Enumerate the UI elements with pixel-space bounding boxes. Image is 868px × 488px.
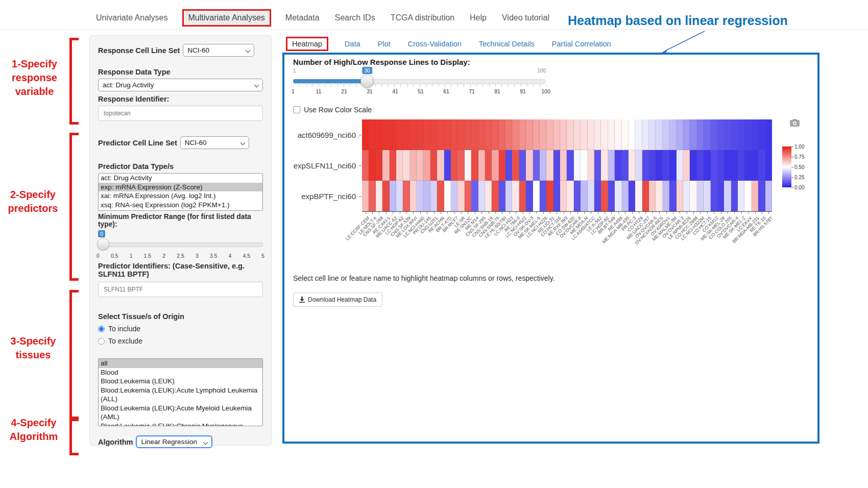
heatmap-cell[interactable] [567,119,573,150]
heatmap-cell[interactable] [574,150,581,181]
min-predictor-range-handle[interactable] [97,238,109,250]
heatmap-cell[interactable] [581,150,587,181]
heatmap-cell[interactable] [717,119,724,150]
heatmap-cell[interactable] [519,150,526,181]
heatmap-cell[interactable] [471,150,478,181]
heatmap-cell[interactable] [512,181,519,211]
min-predictor-range-slider[interactable]: 0 00.511.522.533.544.55 [98,230,263,259]
heatmap-cell[interactable] [465,181,471,211]
download-heatmap-data-button[interactable]: Download Heatmap Data [293,292,382,307]
heatmap-cell[interactable] [369,119,375,150]
list-option[interactable]: Blood:Leukemia (LEUK) [99,377,262,386]
heatmap-cell[interactable] [546,181,553,211]
nav-item-search-ids[interactable]: Search IDs [334,10,376,26]
heatmap-cell[interactable] [601,119,608,150]
heatmap-cell[interactable] [471,119,478,150]
heatmap-row-label[interactable]: expBPTF_nci60 [279,192,356,201]
heatmap-cell[interactable] [574,181,581,211]
heatmap-cell[interactable] [376,150,382,181]
heatmap-cell[interactable] [485,119,492,150]
tab-partial-correlation[interactable]: Partial Correlation [551,38,612,50]
heatmap-cell[interactable] [608,119,615,150]
heatmap-cell[interactable] [635,181,642,211]
heatmap-cell[interactable] [765,150,772,181]
heatmap-cell[interactable] [608,150,615,181]
tab-heatmap[interactable]: Heatmap [286,37,328,51]
heatmap-cell[interactable] [485,181,492,211]
heatmap-cell[interactable] [629,150,635,181]
heatmap-cell[interactable] [417,119,423,150]
heatmap-row-label[interactable]: act609699_nci60 [279,131,356,139]
tab-data[interactable]: Data [344,38,361,50]
heatmap-cell[interactable] [717,181,724,211]
response-lines-slider[interactable]: 1 100 30 1112131415161718191100 [293,68,546,100]
heatmap-cell[interactable] [567,181,573,211]
nav-item-univariate-analyses[interactable]: Univariate Analyses [95,10,169,26]
heatmap-cell[interactable] [758,150,765,181]
heatmap-cell[interactable] [540,181,546,211]
heatmap-cell[interactable] [437,119,444,150]
response-identifier-input[interactable] [98,106,263,121]
heatmap-cell[interactable] [669,150,676,181]
list-option[interactable]: Blood:Leukemia (LEUK):Chronic Myelogenou… [99,422,262,427]
heatmap-cell[interactable] [717,150,724,181]
heatmap-cell[interactable] [615,150,621,181]
heatmap-cell[interactable] [663,119,669,150]
predictor-data-types-listbox[interactable]: act: Drug Activityexp: mRNA Expression (… [98,173,263,211]
list-option[interactable]: Blood [99,368,262,377]
heatmap-cell[interactable] [690,119,696,150]
heatmap-cell[interactable] [410,181,417,211]
heatmap-cell[interactable] [567,150,573,181]
heatmap-cell[interactable] [533,150,540,181]
heatmap-cell[interactable] [540,150,546,181]
heatmap-cell[interactable] [744,119,751,150]
nav-item-tcga-distribution[interactable]: TCGA distribution [390,10,455,26]
heatmap-cell[interactable] [512,150,519,181]
heatmap-cell[interactable] [642,181,649,211]
heatmap-cell[interactable] [635,150,642,181]
heatmap-cell[interactable] [588,181,594,211]
heatmap-cell[interactable] [369,150,375,181]
camera-icon[interactable] [790,119,800,129]
heatmap-cell[interactable] [752,119,758,150]
heatmap-cell[interactable] [752,181,758,211]
heatmap-cell[interactable] [697,150,704,181]
algorithm-select[interactable]: Linear Regression [136,435,212,448]
heatmap-cell[interactable] [471,181,478,211]
heatmap-cell[interactable] [492,119,498,150]
heatmap-cell[interactable] [417,150,423,181]
heatmap-cell[interactable] [663,181,669,211]
heatmap-cell[interactable] [744,150,751,181]
tab-plot[interactable]: Plot [376,38,391,50]
response-cell-line-set-select[interactable]: NCI-60 [183,44,254,57]
heatmap-cell[interactable] [423,150,430,181]
heatmap-cell[interactable] [457,181,464,211]
heatmap-cell[interactable] [410,119,417,150]
heatmap-cell[interactable] [362,150,369,181]
heatmap-cell[interactable] [649,181,656,211]
heatmap-cell[interactable] [642,119,649,150]
heatmap-cell[interactable] [594,119,601,150]
heatmap-cell[interactable] [752,150,758,181]
heatmap-cell[interactable] [553,181,560,211]
predictor-identifiers-input[interactable] [98,282,263,297]
heatmap-cell[interactable] [683,119,690,150]
list-option[interactable]: exp: mRNA Expression (Z-Score) [99,183,262,192]
heatmap-cell[interactable] [642,150,649,181]
heatmap-cell[interactable] [629,181,635,211]
heatmap-cell[interactable] [711,150,717,181]
heatmap-cell[interactable] [663,150,669,181]
heatmap-cell[interactable] [669,119,676,150]
nav-item-help[interactable]: Help [469,10,488,26]
heatmap-cell[interactable] [437,181,444,211]
heatmap-cell[interactable] [622,150,629,181]
heatmap-cell[interactable] [457,150,464,181]
heatmap-cell[interactable] [656,181,662,211]
heatmap-cell[interactable] [649,119,656,150]
heatmap-cell[interactable] [444,181,451,211]
heatmap-cell[interactable] [382,181,389,211]
heatmap-cell[interactable] [724,150,731,181]
heatmap-cell[interactable] [403,150,409,181]
heatmap-cell[interactable] [629,119,635,150]
heatmap-cell[interactable] [615,181,621,211]
